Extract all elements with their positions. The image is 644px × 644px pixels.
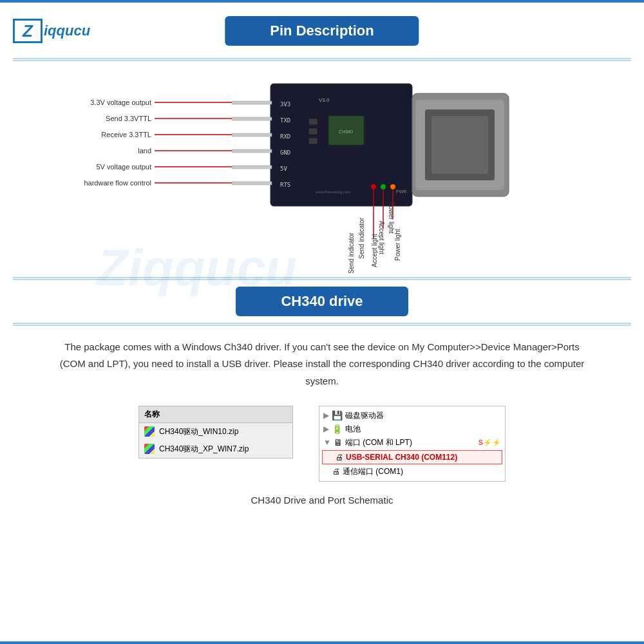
dm-label-ports: 端口 (COM 和 LPT)	[345, 437, 412, 448]
screenshots-row: 名称 CH340驱动_WIN10.zip CH340驱动_XP_WIN7.zip…	[0, 402, 644, 485]
dm-row-battery: ▶ 🔋 电池	[319, 422, 505, 436]
file-row-2: CH340驱动_XP_WIN7.zip	[139, 440, 292, 458]
svg-text:TXD: TXD	[280, 117, 290, 124]
logo-brand-name: iqqucu	[44, 23, 90, 39]
svg-point-10	[371, 184, 376, 189]
svg-point-11	[381, 184, 386, 189]
dm-label-battery: 电池	[345, 424, 361, 435]
svg-point-12	[390, 184, 395, 189]
svg-text:RXD: RXD	[280, 133, 290, 140]
svg-rect-24	[232, 133, 272, 137]
caption: CH340 Drive and Port Schematic	[0, 495, 644, 506]
svg-rect-8	[309, 129, 317, 134]
file-manager-screenshot: 名称 CH340驱动_WIN10.zip CH340驱动_XP_WIN7.zip	[138, 406, 293, 459]
svg-text:GND: GND	[280, 149, 290, 156]
dm-row-ports: ▼ 🖥 端口 (COM 和 LPT) S⚡⚡	[319, 436, 505, 450]
pin-description-banner: Pin Description	[225, 16, 419, 46]
file-manager-header: 名称	[139, 406, 292, 423]
ch340-banner: CH340 drive	[236, 287, 408, 316]
header: Z iqqucu Pin Description	[0, 0, 644, 58]
dm-row-com1: 🖨 通信端口 (COM1)	[319, 465, 505, 478]
svg-text:land: land	[138, 147, 151, 155]
svg-text:RTS: RTS	[280, 182, 290, 188]
svg-text:5V: 5V	[280, 166, 287, 172]
bottom-label-accept: Accept light	[371, 225, 378, 267]
svg-text:hardware flow control: hardware flow control	[84, 179, 151, 187]
svg-rect-22	[232, 101, 272, 104]
svg-rect-9	[309, 138, 317, 144]
svg-text:www.freestrong.com: www.freestrong.com	[315, 190, 350, 194]
svg-rect-27	[232, 182, 272, 185]
svg-rect-26	[232, 166, 272, 169]
svg-text:PWR: PWR	[396, 189, 406, 194]
ch340-description: The package comes with a Windows Ch340 d…	[0, 326, 644, 402]
file-name-1: CH340驱动_WIN10.zip	[159, 426, 238, 437]
svg-text:CH340: CH340	[339, 129, 353, 134]
svg-text:Receive 3.3TTL: Receive 3.3TTL	[101, 131, 151, 138]
dm-row-disk: ▶ 💾 磁盘驱动器	[319, 409, 505, 422]
svg-rect-25	[232, 149, 272, 153]
diagram-area: CH340 3V3 TXD RXD GND 5V RTS V3.0 www.fr	[0, 64, 644, 277]
ch340-banner-label: CH340 drive	[281, 293, 363, 309]
ch340-section: CH340 drive	[0, 280, 644, 323]
dm-label-usb-serial: USB-SERIAL CH340 (COM112)	[346, 453, 457, 462]
svg-text:3V3: 3V3	[280, 101, 290, 108]
pin-description-label: Pin Description	[270, 23, 374, 39]
device-manager-screenshot: ▶ 💾 磁盘驱动器 ▶ 🔋 电池 ▼ 🖥 端口 (COM 和 LPT) S⚡⚡ …	[319, 406, 506, 482]
dm-label-disk: 磁盘驱动器	[345, 410, 384, 421]
svg-rect-4	[431, 116, 488, 174]
file-name-2: CH340驱动_XP_WIN7.zip	[159, 444, 249, 455]
logo-z-letter: Z	[23, 21, 33, 41]
logo: Z iqqucu	[13, 19, 90, 43]
dm-label-com1: 通信端口 (COM1)	[343, 466, 403, 477]
svg-rect-23	[232, 117, 272, 120]
svg-text:3.3V voltage output: 3.3V voltage output	[90, 99, 151, 106]
dm-row-usb-serial: 🖨 USB-SERIAL CH340 (COM112)	[322, 450, 502, 464]
svg-rect-7	[309, 119, 317, 124]
file-row-1: CH340驱动_WIN10.zip	[139, 423, 292, 440]
svg-text:5V voltage output: 5V voltage output	[96, 163, 151, 171]
bottom-label-power: Power light	[394, 225, 401, 261]
svg-text:V3.0: V3.0	[319, 97, 330, 103]
bottom-label-send: Send indicator	[348, 225, 355, 274]
svg-text:Send 3.3VTTL: Send 3.3VTTL	[106, 115, 151, 122]
